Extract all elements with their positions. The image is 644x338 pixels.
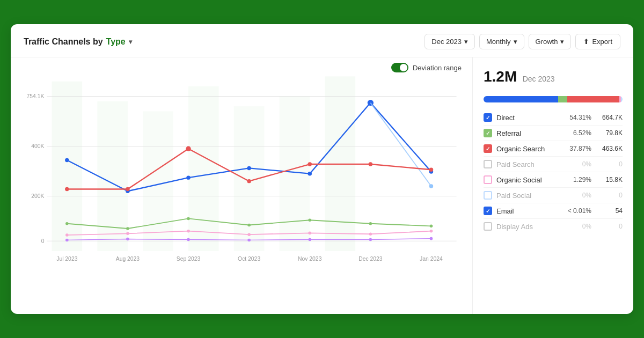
channel-pct-paid-social: 0% (565, 192, 591, 199)
monthly-chevron-icon: ▾ (514, 38, 517, 46)
channel-name-organic-search: Organic Search (496, 145, 560, 153)
svg-point-47 (187, 230, 190, 233)
channel-pct-organic-search: 37.87% (565, 145, 591, 152)
svg-point-22 (65, 158, 69, 162)
channel-val-paid-search: 0 (596, 160, 623, 168)
svg-point-30 (429, 184, 434, 188)
channel-pct-email: < 0.01% (565, 207, 591, 215)
channel-val-paid-social: 0 (596, 192, 623, 199)
checkmark-icon: ✓ (486, 130, 490, 136)
title-chevron-icon[interactable]: ▾ (129, 38, 132, 46)
monthly-label: Monthly (486, 38, 511, 46)
stacked-bar (484, 96, 623, 102)
svg-rect-2 (143, 111, 173, 251)
svg-text:Sep 2023: Sep 2023 (177, 256, 201, 262)
svg-point-44 (430, 225, 433, 228)
channel-name-direct: Direct (496, 114, 560, 122)
svg-point-39 (126, 227, 129, 230)
total-value: 1.2M (484, 68, 517, 85)
title-type-link[interactable]: Type (106, 37, 126, 47)
svg-point-33 (186, 146, 191, 151)
channel-name-organic-social: Organic Social (496, 176, 560, 184)
svg-point-49 (308, 232, 311, 235)
bar-segment-direct (484, 96, 558, 102)
svg-point-57 (369, 238, 372, 241)
header-controls: Dec 2023 ▾ Monthly ▾ Growth ▾ ⬆ Export (425, 34, 620, 49)
svg-point-38 (65, 222, 69, 225)
svg-point-55 (247, 239, 251, 242)
channel-name-referral: Referral (496, 129, 560, 137)
channel-checkbox-direct[interactable]: ✓ (484, 113, 492, 122)
svg-text:Jan 2024: Jan 2024 (420, 256, 443, 262)
monthly-button[interactable]: Monthly ▾ (479, 34, 524, 49)
date-filter-chevron-icon: ▾ (464, 38, 468, 46)
svg-point-26 (308, 172, 312, 175)
bar-segment-organic-search (567, 96, 619, 102)
svg-text:0: 0 (41, 238, 45, 244)
svg-point-45 (65, 233, 69, 237)
header-title-area: Traffic Channels by Type ▾ (24, 37, 132, 47)
channel-name-email: Email (496, 207, 560, 215)
line-chart: 754.1K 400K 200K 0 Jul 2023 Aug 2023 Sep… (21, 71, 462, 286)
channel-val-display-ads: 0 (596, 223, 623, 230)
svg-point-48 (247, 233, 251, 236)
svg-text:Oct 2023: Oct 2023 (238, 256, 260, 262)
channel-pct-referral: 6.52% (565, 129, 591, 137)
date-filter-button[interactable]: Dec 2023 ▾ (425, 34, 475, 49)
channel-checkbox-organic-search[interactable]: ✓ (484, 144, 492, 153)
svg-point-58 (430, 237, 433, 240)
export-icon: ⬆ (583, 38, 589, 46)
svg-point-46 (126, 232, 129, 236)
page-background: Traffic Channels by Type ▾ Dec 2023 ▾ Mo… (0, 0, 644, 338)
channel-checkbox-referral[interactable]: ✓ (484, 129, 492, 137)
growth-button[interactable]: Growth ▾ (529, 34, 572, 49)
content-area: Deviation range (11, 57, 633, 314)
export-button[interactable]: ⬆ Export (575, 34, 620, 49)
channel-val-organic-social: 15.8K (596, 176, 623, 183)
channel-val-referral: 79.8K (596, 129, 623, 137)
growth-chevron-icon: ▾ (560, 38, 564, 46)
channel-val-email: 54 (596, 207, 623, 215)
channel-row-display-ads: Display Ads 0% 0 (484, 219, 623, 234)
bar-segment-other (621, 96, 623, 102)
svg-point-34 (247, 179, 251, 183)
svg-text:Jul 2023: Jul 2023 (56, 256, 77, 262)
channel-row-organic-search: ✓ Organic Search 37.87% 463.6K (484, 141, 623, 157)
deviation-toggle[interactable]: Deviation range (391, 63, 462, 72)
date-filter-label: Dec 2023 (431, 38, 462, 46)
main-card: Traffic Channels by Type ▾ Dec 2023 ▾ Mo… (11, 24, 633, 314)
svg-point-24 (186, 175, 191, 179)
channel-row-email: ✓ Email < 0.01% 54 (484, 203, 623, 219)
svg-text:Nov 2023: Nov 2023 (298, 256, 322, 262)
checkmark-icon: ✓ (486, 208, 490, 214)
total-section: 1.2M Dec 2023 (484, 68, 623, 85)
svg-point-53 (126, 238, 129, 241)
channel-checkbox-organic-social[interactable] (484, 175, 492, 184)
channel-checkbox-paid-search[interactable] (484, 160, 492, 168)
channel-row-organic-social: Organic Social 1.29% 15.8K (484, 172, 623, 188)
svg-point-36 (369, 162, 373, 166)
channel-checkbox-display-ads[interactable] (484, 222, 492, 231)
svg-point-25 (247, 166, 251, 170)
svg-point-52 (65, 239, 69, 242)
channel-val-organic-search: 463.6K (596, 145, 623, 152)
deviation-label: Deviation range (413, 64, 462, 72)
channel-name-paid-social: Paid Social (496, 192, 560, 200)
growth-label: Growth (536, 38, 558, 46)
bar-segment-referral (558, 96, 567, 102)
checkmark-icon: ✓ (486, 146, 490, 152)
svg-point-31 (65, 187, 69, 191)
channel-checkbox-paid-social[interactable] (484, 191, 492, 200)
svg-point-35 (308, 162, 312, 166)
channel-checkbox-email[interactable]: ✓ (484, 207, 492, 215)
channels-list: ✓ Direct 54.31% 664.7K ✓ Referral 6.52% … (484, 110, 623, 234)
channel-row-paid-search: Paid Search 0% 0 (484, 157, 623, 172)
channel-name-display-ads: Display Ads (496, 223, 560, 231)
svg-point-50 (369, 232, 372, 236)
svg-point-32 (126, 187, 130, 191)
deviation-toggle-switch[interactable] (391, 63, 408, 72)
svg-rect-3 (188, 86, 219, 251)
channel-pct-direct: 54.31% (565, 114, 591, 121)
channel-name-paid-search: Paid Search (496, 160, 560, 168)
svg-text:Dec 2023: Dec 2023 (358, 256, 383, 262)
